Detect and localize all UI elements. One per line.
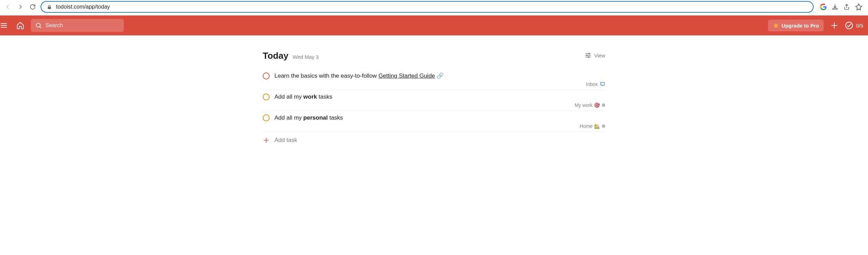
search-icon	[35, 22, 42, 29]
quick-add-button[interactable]	[828, 20, 840, 31]
back-button[interactable]	[3, 2, 12, 11]
project-dot-icon	[602, 124, 605, 128]
task-checkbox[interactable]	[263, 114, 270, 121]
search-input[interactable]	[45, 22, 120, 29]
browser-toolbar: todoist.com/app/today	[0, 0, 868, 15]
task-project[interactable]: My work 🎯	[263, 102, 605, 108]
svg-point-6	[588, 56, 589, 57]
upgrade-button[interactable]: Upgrade to Pro	[768, 20, 824, 31]
page-date: Wed May 3	[293, 54, 319, 60]
svg-point-4	[588, 53, 589, 54]
productivity-button[interactable]: 0/5	[845, 21, 863, 30]
reload-button[interactable]	[28, 2, 37, 11]
productivity-icon	[845, 21, 853, 30]
svg-point-2	[36, 23, 40, 27]
task-checkbox[interactable]	[263, 73, 270, 79]
productivity-count: 0/5	[856, 23, 863, 29]
chrome-actions	[817, 3, 865, 11]
forward-button[interactable]	[16, 2, 25, 11]
inbox-icon	[600, 81, 605, 87]
plus-icon	[263, 137, 270, 144]
task-item[interactable]: Add all my work tasks My work 🎯	[263, 90, 605, 111]
address-bar[interactable]: todoist.com/app/today	[41, 1, 814, 13]
svg-rect-0	[48, 7, 51, 9]
task-title: Add all my work tasks	[274, 93, 332, 100]
task-title: Add all my personal tasks	[274, 114, 343, 121]
svg-rect-1	[833, 8, 837, 9]
project-dot-icon	[602, 103, 605, 107]
lock-icon	[47, 4, 52, 10]
share-icon[interactable]	[843, 3, 850, 10]
menu-button[interactable]	[0, 20, 10, 31]
view-button[interactable]: View	[585, 52, 605, 59]
search-box[interactable]	[31, 19, 124, 32]
task-title: Learn the basics with the easy-to-follow…	[274, 72, 444, 79]
svg-point-3	[846, 22, 853, 29]
link-icon: 🔗	[436, 73, 444, 79]
page-title: Today	[263, 51, 289, 61]
svg-point-5	[586, 55, 587, 56]
home-button[interactable]	[14, 20, 26, 31]
task-item[interactable]: Add all my personal tasks Home 🏡	[263, 111, 605, 132]
add-task-button[interactable]: Add task	[263, 132, 605, 148]
download-icon[interactable]	[832, 3, 838, 10]
getting-started-link[interactable]: Getting Started Guide	[378, 73, 435, 79]
star-icon[interactable]	[855, 3, 862, 11]
view-label: View	[594, 53, 605, 58]
main-content: Today Wed May 3 View Learn the basics wi…	[263, 35, 605, 148]
sliders-icon	[585, 52, 592, 59]
add-task-label: Add task	[274, 137, 297, 144]
task-item[interactable]: Learn the basics with the easy-to-follow…	[263, 69, 605, 90]
url-text: todoist.com/app/today	[56, 4, 110, 10]
task-project[interactable]: Inbox	[263, 81, 605, 87]
app-top-bar: Upgrade to Pro 0/5	[0, 15, 868, 35]
star-filled-icon	[773, 22, 779, 29]
task-project[interactable]: Home 🏡	[263, 123, 605, 129]
heading-row: Today Wed May 3 View	[263, 51, 605, 61]
google-icon[interactable]	[820, 3, 827, 10]
upgrade-label: Upgrade to Pro	[782, 23, 819, 29]
task-checkbox[interactable]	[263, 93, 270, 100]
